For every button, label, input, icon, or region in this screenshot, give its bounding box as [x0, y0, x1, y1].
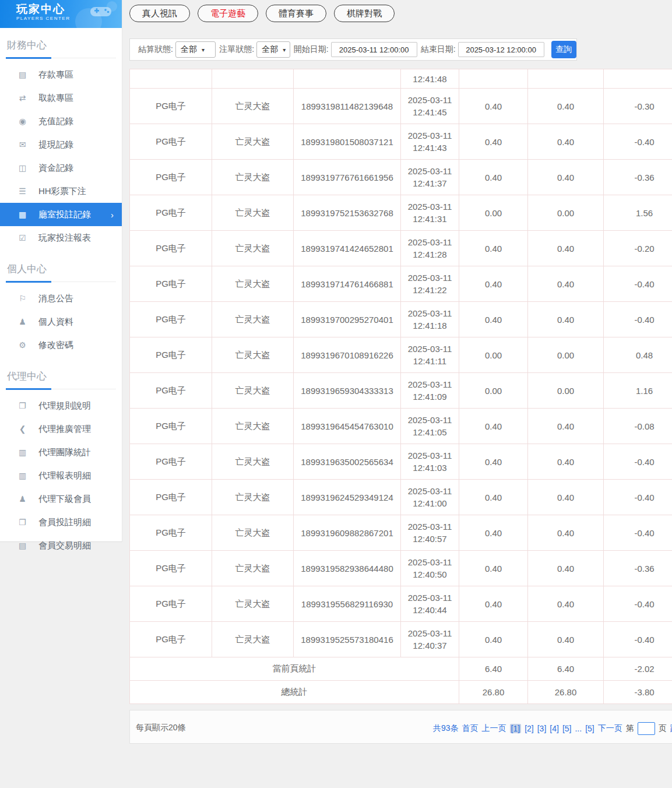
cell-order-no: 1899319741424652801	[294, 231, 401, 266]
page-summary-row: 當前頁統計 6.40 6.40 -2.02	[130, 657, 672, 681]
cell-valid-bet	[528, 69, 604, 89]
page-summary-profit: -2.02	[604, 657, 672, 681]
cell-platform: PG电子	[130, 231, 212, 266]
sidebar-section-title: 代理中心	[6, 365, 116, 389]
cell-valid-bet: 0.00	[528, 195, 604, 231]
page-link[interactable]: [5]	[562, 724, 572, 733]
cell-time: 2025-03-1112:41:00	[401, 480, 459, 515]
sidebar-item-agent-report-detail[interactable]: ▥ 代理報表明細	[0, 464, 122, 487]
table-row: PG电子 亡灵大盗 1899319635002565634 2025-03-11…	[130, 444, 672, 480]
page-links: [1][2][3][4][5]...[5]	[510, 724, 594, 733]
sidebar-item-label: 個人資料	[38, 316, 73, 328]
cell-game: 亡灵大盗	[212, 409, 294, 444]
start-date-input[interactable]	[331, 42, 417, 57]
table-row: PG电子 亡灵大盗 1899319801508037121 2025-03-11…	[130, 124, 672, 160]
gamepad-icon	[89, 4, 112, 22]
page-link[interactable]: [3]	[537, 724, 547, 733]
sidebar-item-label: 玩家投注報表	[38, 233, 91, 244]
total-summary-row: 總統計 26.80 26.80 -3.80	[130, 681, 672, 704]
agent-rules-doc-icon: ❐	[17, 401, 27, 410]
cell-order-no: 1899319700295270401	[294, 302, 401, 337]
table-row: PG电子 亡灵大盗 1899319714761466881 2025-03-11…	[130, 266, 672, 302]
table-row: PG电子 亡灵大盗 1899319659304333313 2025-03-11…	[130, 373, 672, 409]
search-button[interactable]: 查詢	[551, 41, 576, 58]
sidebar-item-agent-promotion[interactable]: ❮ 代理推廣管理	[0, 417, 122, 441]
player-report-icon: ☑	[17, 233, 27, 242]
next-page-link[interactable]: 下一页	[598, 723, 622, 734]
sidebar-item-change-password[interactable]: ⚙ 修改密碼	[0, 333, 122, 357]
sidebar-item-agent-sub-members[interactable]: ♟ 代理下級會員	[0, 487, 122, 511]
member-bet-detail-icon: ❐	[17, 518, 27, 527]
table-row: PG电子 亡灵大盗 1899319556829116930 2025-03-11…	[130, 586, 672, 622]
sidebar-item-agent-team-stats[interactable]: ▥ 代理團隊統計	[0, 441, 122, 464]
sidebar-item-label: HH彩票下注	[38, 186, 86, 197]
tab-sports[interactable]: 體育賽事	[266, 5, 326, 22]
order-status-select[interactable]: 全部 ▾	[256, 41, 290, 58]
jump-prefix-label: 第	[626, 723, 634, 734]
prev-page-link[interactable]: 上一页	[482, 723, 506, 734]
cell-game: 亡灵大盗	[212, 480, 294, 515]
page-link[interactable]: [1]	[510, 724, 522, 733]
cell-order-no: 1899319525573180416	[294, 622, 401, 657]
sidebar-item-room-bet-record[interactable]: ▦ 廳室投註記錄 ›	[0, 203, 122, 226]
cell-bet: 0.40	[459, 302, 528, 337]
page-size-text: 每頁顯示20條	[136, 723, 186, 733]
page-link[interactable]: [4]	[550, 724, 559, 733]
sidebar-item-agent-rules[interactable]: ❐ 代理規則說明	[0, 394, 122, 417]
jump-suffix-label: 页	[659, 723, 667, 734]
cell-game: 亡灵大盗	[212, 586, 294, 622]
sidebar-item-player-bet-report[interactable]: ☑ 玩家投注報表	[0, 226, 122, 249]
cell-time: 2025-03-1112:41:37	[401, 160, 459, 195]
chevron-down-icon: ▾	[283, 47, 286, 53]
jump-page-input[interactable]	[638, 722, 655, 735]
cell-profit: -0.40	[604, 586, 672, 622]
cell-valid-bet: 0.00	[528, 337, 604, 373]
sidebar-item-withdraw[interactable]: ⇄ 取款專區	[0, 86, 122, 110]
sidebar-item-label: 代理下級會員	[38, 494, 91, 505]
cell-time: 2025-03-1112:40:50	[401, 551, 459, 586]
settle-status-select[interactable]: 全部 ▾	[175, 41, 216, 58]
sidebar-item-announcements[interactable]: ⚐ 消息公告	[0, 287, 122, 310]
cell-time: 2025-03-1112:41:28	[401, 231, 459, 266]
cell-valid-bet: 0.40	[528, 586, 604, 622]
sidebar-item-deposit[interactable]: ▤ 存款專區	[0, 63, 122, 86]
sidebar-item-funds-record[interactable]: ◫ 資金記錄	[0, 156, 122, 180]
page-link[interactable]: [5]	[585, 724, 594, 733]
first-page-link[interactable]: 首页	[462, 723, 479, 734]
cell-platform: PG电子	[130, 89, 212, 124]
tab-live-video[interactable]: 真人視訊	[129, 5, 190, 22]
cell-platform: PG电子	[130, 302, 212, 337]
page-summary-valid-bet: 6.40	[528, 657, 604, 681]
cell-bet: 0.40	[459, 551, 528, 586]
end-date-input[interactable]	[458, 42, 544, 57]
tab-electronic-games[interactable]: 電子遊藝	[198, 5, 258, 22]
sidebar-item-member-bet-detail[interactable]: ❐ 會員投註明細	[0, 511, 122, 534]
cell-game: 亡灵大盗	[212, 337, 294, 373]
cell-bet: 0.40	[459, 515, 528, 551]
table-row: PG电子 亡灵大盗 1899319582938644480 2025-03-11…	[130, 551, 672, 586]
sidebar-item-profile[interactable]: ♟ 個人資料	[0, 310, 122, 333]
withdraw-hand-icon: ⇄	[17, 93, 27, 103]
cell-profit: -0.40	[604, 444, 672, 480]
cell-time: 12:41:48	[401, 69, 459, 89]
cell-order-no: 1899319811482139648	[294, 89, 401, 124]
cell-profit: -0.20	[604, 231, 672, 266]
total-summary-label: 總統計	[130, 681, 459, 704]
sidebar-item-member-transaction-detail[interactable]: ▤ 會員交易明細	[0, 534, 122, 557]
table-row: PG电子 亡灵大盗 1899319645454763010 2025-03-11…	[130, 409, 672, 444]
cell-order-no: 1899319659304333313	[294, 373, 401, 409]
chevron-down-icon: ▾	[202, 47, 205, 53]
page-link[interactable]: [2]	[525, 724, 534, 733]
sidebar-item-hh-lottery-bet[interactable]: ☰ HH彩票下注	[0, 180, 122, 203]
cell-bet: 0.40	[459, 160, 528, 195]
cell-profit: -0.40	[604, 302, 672, 337]
cell-valid-bet: 0.40	[528, 480, 604, 515]
table-row: PG电子 亡灵大盗 1899319670108916226 2025-03-11…	[130, 337, 672, 373]
sidebar-item-recharge-record[interactable]: ◉ 充值記錄	[0, 110, 122, 133]
sidebar-item-cashout-record[interactable]: ✉ 提現記錄	[0, 133, 122, 156]
cell-valid-bet: 0.40	[528, 409, 604, 444]
cell-order-no: 1899319645454763010	[294, 409, 401, 444]
tab-board-games[interactable]: 棋牌對戰	[334, 5, 395, 22]
cell-game: 亡灵大盗	[212, 515, 294, 551]
start-date-label: 開始日期:	[294, 44, 329, 55]
